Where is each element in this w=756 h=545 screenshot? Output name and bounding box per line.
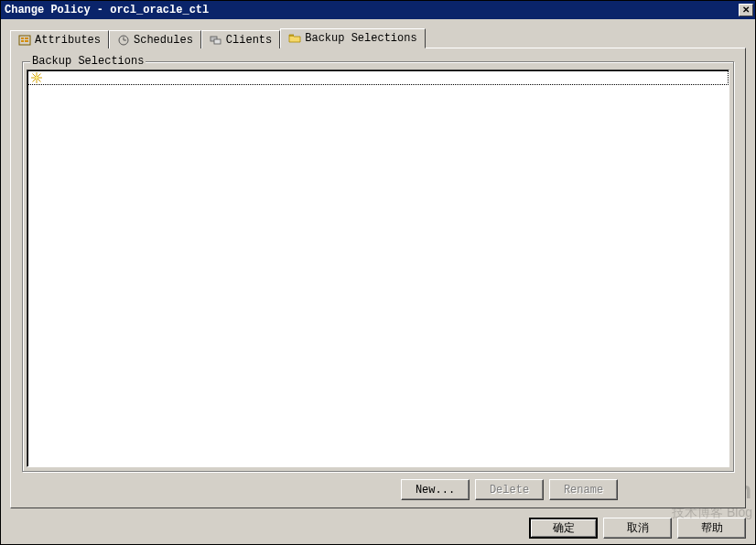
schedules-icon: [117, 35, 130, 46]
client-area: Attributes Schedules: [1, 19, 755, 512]
tab-label: Clients: [226, 34, 272, 47]
cancel-button[interactable]: 取消: [603, 518, 672, 539]
svg-rect-2: [25, 37, 28, 39]
dialog-window: Change Policy - orcl_oracle_ctl ✕ Attrib…: [0, 0, 756, 545]
new-item-icon: [30, 71, 43, 84]
dialog-button-row: 确定 取消 帮助: [1, 512, 755, 544]
svg-rect-3: [21, 40, 24, 42]
tab-attributes[interactable]: Attributes: [10, 30, 109, 48]
svg-rect-1: [21, 37, 24, 39]
spacer: [623, 479, 660, 500]
tab-clients[interactable]: Clients: [201, 30, 280, 48]
tab-label: Attributes: [35, 34, 101, 47]
new-button[interactable]: New...: [401, 479, 470, 500]
svg-point-14: [36, 77, 38, 80]
backup-selection-input[interactable]: [47, 71, 726, 84]
spacer: [665, 479, 734, 500]
folder-icon: [288, 33, 301, 44]
help-button[interactable]: 帮助: [677, 518, 746, 539]
tab-strip: Attributes Schedules: [10, 28, 746, 48]
delete-button: Delete: [475, 479, 544, 500]
tab-schedules[interactable]: Schedules: [109, 30, 201, 48]
tab-backup-selections[interactable]: Backup Selections: [280, 28, 425, 48]
backup-selections-list[interactable]: [27, 69, 729, 467]
titlebar[interactable]: Change Policy - orcl_oracle_ctl ✕: [1, 1, 755, 19]
rename-button: Rename: [549, 479, 618, 500]
tab-label: Backup Selections: [305, 32, 416, 45]
ok-button[interactable]: 确定: [529, 518, 598, 539]
close-button[interactable]: ✕: [739, 4, 753, 16]
svg-rect-9: [214, 39, 221, 44]
tab-label: Schedules: [134, 34, 193, 47]
groupbox-label: Backup Selections: [30, 55, 146, 68]
attributes-icon: [18, 35, 31, 46]
clients-icon: [210, 35, 222, 46]
window-title: Change Policy - orcl_oracle_ctl: [5, 4, 739, 16]
backup-selections-groupbox: Backup Selections: [22, 61, 734, 472]
svg-rect-4: [25, 40, 28, 42]
tab-panel-backup-selections: Backup Selections: [10, 48, 746, 508]
panel-button-row: New... Delete Rename: [22, 472, 734, 500]
list-item[interactable]: [27, 70, 729, 85]
